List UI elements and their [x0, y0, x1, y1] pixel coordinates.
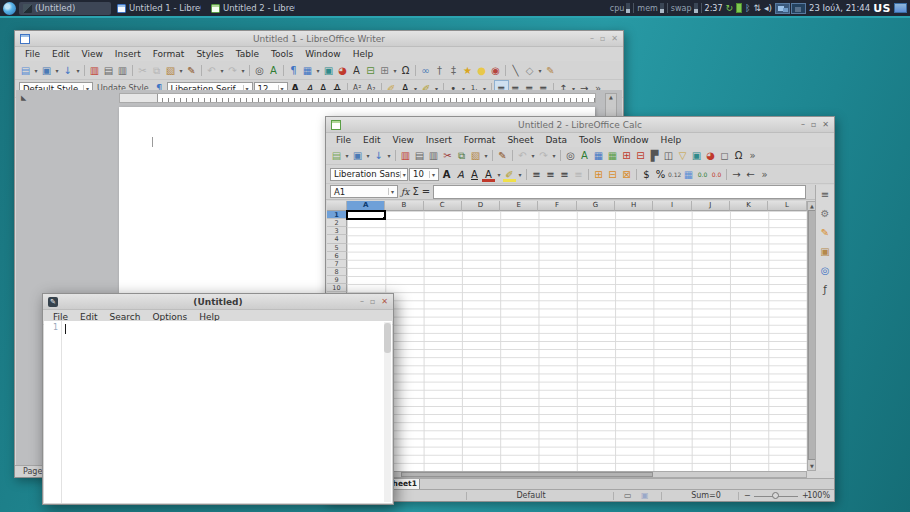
basic-shapes-icon[interactable]: ◇: [523, 63, 536, 78]
open-folder-dropdown[interactable]: ▾: [54, 67, 60, 74]
menu-insert[interactable]: Insert: [420, 135, 458, 145]
print-preview-icon[interactable]: ▥: [116, 63, 129, 78]
insert-column-icon[interactable]: ⊟: [634, 148, 647, 163]
writer-titlebar[interactable]: Untitled 1 - LibreOffice Writer – ▫ ✕: [15, 31, 623, 47]
taskbar-task-text-editor[interactable]: (Untitled): [19, 2, 111, 15]
selected-cell-a1[interactable]: [346, 210, 386, 220]
new-document-dropdown[interactable]: ▾: [33, 67, 39, 74]
row-header-8[interactable]: 8: [327, 268, 347, 276]
column-header-b[interactable]: B: [385, 201, 423, 211]
document-modified-icon[interactable]: ▣: [641, 491, 649, 500]
app-menu-icon[interactable]: [3, 2, 16, 15]
paste-dropdown[interactable]: ▾: [178, 67, 184, 74]
zoom-out-button[interactable]: −: [744, 491, 751, 500]
menu-edit[interactable]: Edit: [46, 49, 75, 59]
close-icon[interactable]: ✕: [611, 34, 618, 43]
open-folder-icon[interactable]: ▣: [40, 63, 53, 78]
menu-tools[interactable]: Tools: [573, 135, 607, 145]
new-document-dropdown[interactable]: ▾: [344, 152, 350, 159]
row-header-2[interactable]: 2: [327, 219, 347, 227]
sidebar-settings-icon[interactable]: ≡: [818, 188, 832, 201]
close-icon[interactable]: ✕: [381, 297, 388, 306]
font-size-combo[interactable]: 10▾: [409, 168, 439, 181]
mem-monitor[interactable]: mem: [637, 3, 664, 13]
italic-icon[interactable]: A: [454, 167, 467, 182]
minimize-icon[interactable]: –: [590, 34, 594, 43]
export-pdf-icon[interactable]: ▥: [88, 63, 101, 78]
row-header-3[interactable]: 3: [327, 227, 347, 235]
close-icon[interactable]: ✕: [822, 120, 829, 129]
updates-icon[interactable]: ↻: [726, 2, 734, 14]
navigator-icon[interactable]: ◎: [818, 264, 832, 277]
insert-line-icon[interactable]: ╲: [509, 63, 522, 78]
properties-icon[interactable]: ⚙: [818, 207, 832, 220]
redo-icon[interactable]: ↷: [537, 148, 550, 163]
print-preview-icon[interactable]: ▥: [427, 148, 440, 163]
decrease-indent-icon[interactable]: ←: [744, 167, 757, 182]
menu-window[interactable]: Window: [607, 135, 655, 145]
menu-format[interactable]: Format: [147, 49, 191, 59]
save-icon[interactable]: ↓: [61, 63, 74, 78]
spelling-icon[interactable]: A: [578, 148, 591, 163]
underline-icon[interactable]: A: [468, 167, 481, 182]
row-header-5[interactable]: 5: [327, 244, 347, 252]
insert-footnote-icon[interactable]: †: [433, 63, 446, 78]
freeze-rows-columns-icon[interactable]: ▛: [648, 148, 661, 163]
spreadsheet-cells[interactable]: [347, 211, 807, 471]
page-style-indicator[interactable]: Default: [476, 491, 586, 500]
column-header-g[interactable]: G: [577, 201, 615, 211]
insert-textbox-icon[interactable]: A: [350, 63, 363, 78]
background-color-dropdown[interactable]: ▾: [517, 171, 523, 178]
workspace-2[interactable]: [791, 3, 806, 14]
font-name-combo[interactable]: Liberation Sans▾: [330, 168, 408, 181]
paste-dropdown[interactable]: ▾: [483, 152, 489, 159]
insert-image-icon[interactable]: ▣: [690, 148, 703, 163]
increase-indent-icon[interactable]: →: [730, 167, 743, 182]
clone-formatting-icon[interactable]: ✎: [185, 63, 198, 78]
save-dropdown[interactable]: ▾: [386, 152, 392, 159]
insert-table-icon[interactable]: ▦: [301, 63, 314, 78]
open-folder-dropdown[interactable]: ▾: [365, 152, 371, 159]
taskbar-task-calc[interactable]: Untitled 2 - LibreOffice...: [207, 2, 299, 15]
menu-window[interactable]: Window: [299, 49, 347, 59]
menu-insert[interactable]: Insert: [109, 49, 147, 59]
bluetooth-icon[interactable]: ᛒ: [745, 2, 750, 14]
menu-help[interactable]: Help: [655, 135, 688, 145]
font-color-dropdown[interactable]: ▾: [496, 171, 502, 178]
menu-view[interactable]: View: [76, 49, 109, 59]
insert-table-dropdown[interactable]: ▾: [315, 67, 321, 74]
save-dropdown[interactable]: ▾: [75, 67, 81, 74]
menu-view[interactable]: View: [387, 135, 420, 145]
menu-tools[interactable]: Tools: [265, 49, 299, 59]
menu-data[interactable]: Data: [539, 135, 573, 145]
format-percent-icon[interactable]: %: [654, 167, 667, 182]
insert-endnote-icon[interactable]: ‡: [447, 63, 460, 78]
clone-formatting-icon[interactable]: ✎: [496, 148, 509, 163]
menu-help[interactable]: Help: [347, 49, 380, 59]
align-left-icon[interactable]: ≡: [530, 167, 543, 182]
styles-icon[interactable]: ✎: [818, 226, 832, 239]
insert-field-dropdown[interactable]: ▾: [392, 67, 398, 74]
name-box[interactable]: A1▾: [330, 185, 398, 198]
insert-image-icon[interactable]: ▣: [322, 63, 335, 78]
column-header-i[interactable]: I: [653, 201, 691, 211]
column-header-h[interactable]: H: [615, 201, 653, 211]
minimize-icon[interactable]: –: [360, 297, 364, 306]
tab-stop-selector[interactable]: ◣: [21, 94, 26, 102]
autofilter-icon[interactable]: ▽: [676, 148, 689, 163]
align-justify-icon[interactable]: ≡: [572, 167, 585, 182]
maximize-icon[interactable]: ▫: [600, 34, 605, 43]
font-color-icon[interactable]: A: [482, 167, 495, 182]
menu-format[interactable]: Format: [458, 135, 502, 145]
column-header-k[interactable]: K: [730, 201, 768, 211]
unmerge-cells-icon[interactable]: ⊠: [620, 167, 633, 182]
swap-monitor[interactable]: swap: [671, 3, 698, 13]
zoom-percent[interactable]: 100%: [807, 491, 830, 500]
zoom-slider-knob[interactable]: [772, 492, 779, 499]
workspace-1[interactable]: [775, 3, 790, 14]
minimize-icon[interactable]: –: [801, 120, 805, 129]
function-wizard-icon[interactable]: ƒx: [401, 187, 409, 197]
cut-icon[interactable]: ✂: [441, 148, 454, 163]
maximize-icon[interactable]: ▫: [811, 120, 816, 129]
horizontal-ruler[interactable]: [119, 93, 596, 103]
